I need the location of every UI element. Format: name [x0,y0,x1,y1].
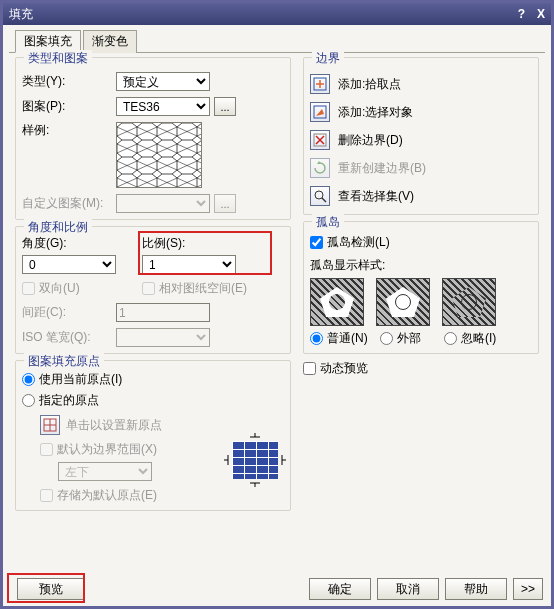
ellipsis-icon: ... [220,101,229,113]
group-title: 类型和图案 [24,50,92,67]
scale-label: 比例(S): [142,235,284,252]
help-icon[interactable]: ? [518,7,525,21]
delete-boundary-label: 删除边界(D) [338,132,403,149]
spacing-input [116,303,210,322]
angle-label: 角度(G): [22,235,142,252]
button-label: 确定 [328,581,352,598]
add-select-object-label: 添加:选择对象 [338,104,413,121]
type-select[interactable]: 预定义 [116,72,210,91]
spacing-label: 间距(C): [22,304,116,321]
sample-preview[interactable] [116,122,202,188]
button-label: 预览 [39,581,63,598]
expand-button[interactable]: >> [513,578,543,600]
type-label: 类型(Y): [22,73,116,90]
svg-rect-0 [117,123,202,188]
recreate-icon [313,161,327,175]
iso-pen-label: ISO 笔宽(Q): [22,329,116,346]
group-islands: 孤岛 孤岛检测(L) 孤岛显示样式: [303,221,539,354]
pattern-label: 图案(P): [22,98,116,115]
group-title: 孤岛 [312,214,344,231]
default-bounds-label: 默认为边界范围(X) [57,441,157,458]
origin-specify-label: 指定的原点 [39,392,99,409]
crosshair-icon [43,418,57,432]
add-pick-point-button[interactable] [310,74,330,94]
group-boundary: 边界 添加:拾取点 [303,57,539,215]
delete-boundary-icon [313,133,327,147]
ellipsis-icon: ... [220,198,229,210]
angle-select[interactable]: 0 [22,255,116,274]
island-detect-checkbox[interactable] [310,236,323,249]
pattern-browse-button[interactable]: ... [214,97,236,116]
view-selection-button[interactable] [310,186,330,206]
bidir-label: 双向(U) [39,280,80,297]
island-outer-label: 外部 [397,330,421,347]
sample-label: 样例: [22,122,116,139]
delete-boundary-button[interactable] [310,130,330,150]
relpaper-checkbox [142,282,155,295]
custom-pattern-browse-button: ... [214,194,236,213]
help-button[interactable]: 帮助 [445,578,507,600]
group-type-pattern: 类型和图案 类型(Y): 预定义 图案(P): T [15,57,291,220]
title-bar: 填充 ? X [3,3,551,25]
island-style-ignore-swatch[interactable] [442,278,496,326]
hex-pattern-swatch [117,123,202,188]
bidir-checkbox [22,282,35,295]
store-default-label: 存储为默认原点(E) [57,487,157,504]
island-style-normal-swatch[interactable] [310,278,364,326]
custom-pattern-select [116,194,210,213]
dynamic-preview-label: 动态预览 [320,360,368,377]
pick-origin-label: 单击以设置新原点 [66,417,162,434]
group-title: 边界 [312,50,344,67]
group-title: 图案填充原点 [24,353,104,370]
tab-label: 渐变色 [92,34,128,48]
island-normal-label: 普通(N) [327,330,368,347]
add-select-object-button[interactable] [310,102,330,122]
ok-button[interactable]: 确定 [309,578,371,600]
origin-specify-radio[interactable] [22,394,35,407]
dynamic-preview-checkbox[interactable] [303,362,316,375]
pattern-select[interactable]: TES36 [116,97,210,116]
view-selection-label: 查看选择集(V) [338,188,414,205]
origin-corner-select: 左下 [58,462,152,481]
group-title: 角度和比例 [24,219,92,236]
pick-point-icon [313,77,327,91]
select-object-icon [313,105,327,119]
scale-select[interactable]: 1 [142,255,236,274]
iso-pen-select [116,328,210,347]
custom-pattern-label: 自定义图案(M): [22,195,116,212]
pick-origin-button [40,415,60,435]
island-ignore-label: 忽略(I) [461,330,496,347]
preview-button[interactable]: 预览 [17,578,85,600]
island-ignore-radio[interactable] [444,332,457,345]
group-angle-scale: 角度和比例 角度(G): 0 比例(S): 1 [15,226,291,354]
island-style-label: 孤岛显示样式: [310,257,532,274]
button-label: 取消 [396,581,420,598]
button-bar: 预览 确定 取消 帮助 >> [3,572,551,606]
default-bounds-checkbox [40,443,53,456]
group-origin: 图案填充原点 使用当前原点(I) 指定的原点 [15,360,291,511]
magnifier-icon [313,189,327,203]
close-icon[interactable]: X [537,7,545,21]
relpaper-label: 相对图纸空间(E) [159,280,247,297]
cancel-button[interactable]: 取消 [377,578,439,600]
svg-point-5 [315,191,323,199]
tab-label: 图案填充 [24,34,72,48]
island-detect-label: 孤岛检测(L) [327,234,390,251]
add-pick-point-label: 添加:拾取点 [338,76,401,93]
island-style-outer-swatch[interactable] [376,278,430,326]
origin-arrows-icon [224,433,286,487]
store-default-checkbox [40,489,53,502]
origin-current-radio[interactable] [22,373,35,386]
window-title: 填充 [9,6,33,23]
recreate-boundary-button [310,158,330,178]
button-label: 帮助 [464,581,488,598]
origin-current-label: 使用当前原点(I) [39,371,122,388]
recreate-boundary-label: 重新创建边界(B) [338,160,426,177]
island-outer-radio[interactable] [380,332,393,345]
island-normal-radio[interactable] [310,332,323,345]
chevron-right-icon: >> [521,582,535,596]
